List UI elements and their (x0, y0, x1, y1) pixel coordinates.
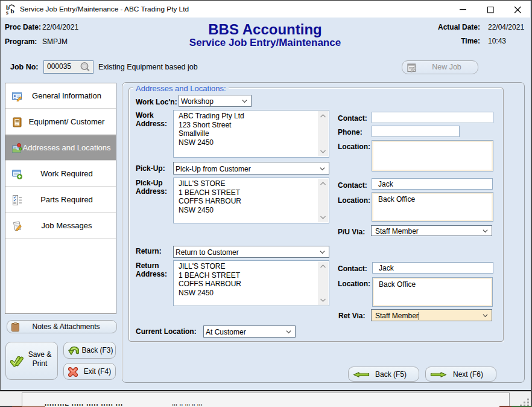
svg-text:b: b (11, 7, 14, 14)
svg-text:s: s (6, 9, 8, 14)
